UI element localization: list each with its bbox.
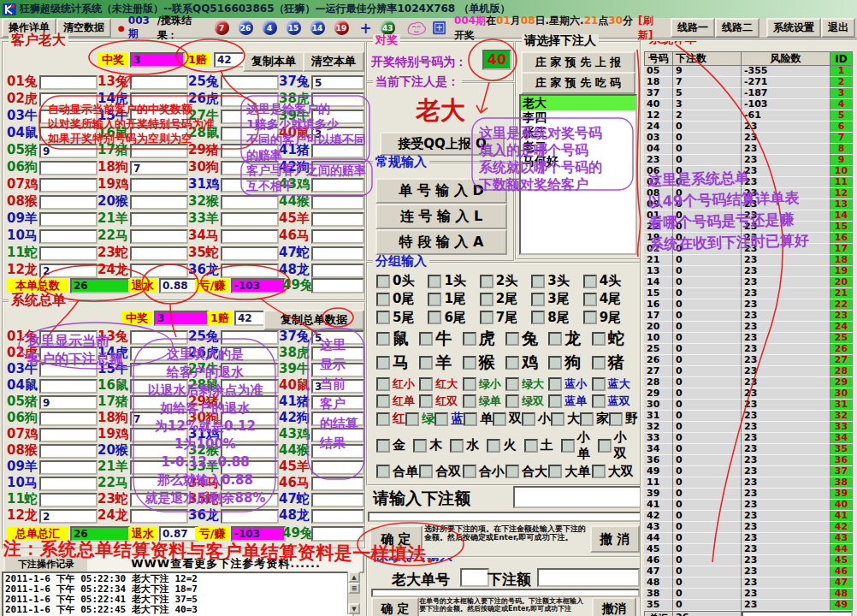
checkbox-鼠[interactable]: [376, 332, 390, 346]
bet-input-customer-16[interactable]: [130, 127, 188, 141]
bettor-item-老二[interactable]: 老二: [521, 139, 635, 154]
bet-input-customer-44[interactable]: [311, 195, 364, 210]
bet-input-customer-20[interactable]: [130, 195, 188, 210]
banker-pre-report-button[interactable]: 庄 家 预 先 上 报: [521, 51, 635, 74]
serial-number-input-button[interactable]: 连 号 输 入 L: [375, 204, 507, 229]
log-scrollbar[interactable]: ▲ ≡ ▼: [347, 572, 360, 614]
bet-input-system-29[interactable]: [221, 395, 279, 410]
bet-input-customer-43[interactable]: [311, 178, 364, 192]
bet-input-system-44[interactable]: [311, 444, 364, 459]
customer-odds-field[interactable]: 42: [214, 52, 245, 68]
bet-input-customer-05[interactable]: 9: [39, 144, 98, 158]
accept-qq-report-button[interactable]: 接受QQ上报 Q: [380, 132, 505, 156]
checkbox-兔[interactable]: [505, 332, 519, 346]
checkbox-绿双[interactable]: [505, 394, 519, 408]
bet-input-system-20[interactable]: [130, 444, 188, 459]
bet-input-system-31[interactable]: [221, 428, 279, 442]
bettor-item-老大[interactable]: 老大: [521, 96, 635, 110]
bet-input-system-16[interactable]: [130, 379, 188, 394]
checkbox-0尾[interactable]: [376, 293, 390, 306]
checkbox-狗[interactable]: [548, 356, 562, 370]
bet-input-system-15[interactable]: [130, 363, 188, 377]
bet-input-system-14[interactable]: [130, 346, 188, 361]
bet-input-customer-07[interactable]: [39, 178, 98, 192]
bet-input-system-10[interactable]: [39, 477, 98, 491]
special-segment-input-button[interactable]: 特 段 输 入 A: [375, 229, 507, 255]
bet-input-system-36[interactable]: [221, 509, 279, 524]
line2-button[interactable]: 线路二: [715, 18, 759, 38]
checkbox-牛[interactable]: [419, 332, 433, 346]
bet-input-system-40[interactable]: 3: [311, 379, 364, 394]
checkbox-猪[interactable]: [592, 356, 606, 370]
checkbox-小单[interactable]: [561, 439, 575, 453]
bet-input-system-06[interactable]: [39, 412, 98, 426]
bet-input-customer-13[interactable]: [130, 75, 188, 90]
checkbox-红单[interactable]: [376, 394, 390, 408]
bet-input-system-02[interactable]: [39, 346, 98, 361]
checkbox-5尾[interactable]: [376, 311, 390, 324]
checkbox-蓝[interactable]: [434, 412, 448, 426]
checkbox-合双[interactable]: [419, 465, 433, 478]
bet-input-system-39[interactable]: [311, 363, 364, 377]
bet-input-customer-06[interactable]: [39, 161, 98, 175]
bet-input-system-27[interactable]: [221, 363, 279, 377]
checkbox-大单[interactable]: [548, 465, 562, 478]
scroll-down-icon[interactable]: ▼: [348, 603, 360, 614]
bet-input-customer-27[interactable]: [221, 110, 279, 124]
bet-input-system-12[interactable]: 2: [39, 509, 98, 524]
checkbox-3尾[interactable]: [531, 293, 545, 306]
checkbox-蛇[interactable]: [592, 332, 606, 346]
table-row[interactable]: 3502349: [644, 600, 854, 611]
checkbox-蓝大[interactable]: [592, 377, 606, 391]
bet-input-customer-39[interactable]: [311, 110, 364, 124]
checkbox-红[interactable]: [376, 412, 390, 426]
bet-input-customer-03[interactable]: [39, 110, 98, 124]
bet-input-customer-21[interactable]: [130, 212, 188, 227]
bettor-item-李四[interactable]: 李四: [521, 110, 635, 125]
bet-input-system-38[interactable]: [311, 346, 364, 361]
bet-input-customer-30[interactable]: [221, 161, 279, 175]
bet-input-customer-45[interactable]: [311, 212, 364, 227]
checkbox-1尾[interactable]: [428, 293, 441, 306]
checkbox-水[interactable]: [450, 439, 464, 453]
special-number-field[interactable]: 40: [482, 50, 511, 70]
checkbox-羊[interactable]: [419, 356, 433, 370]
bet-input-customer-35[interactable]: [221, 246, 279, 261]
checkbox-小[interactable]: [522, 412, 535, 426]
bet-input-customer-23[interactable]: [130, 246, 188, 261]
bet-amount-input[interactable]: [513, 486, 641, 508]
bet-input-system-34[interactable]: [221, 477, 279, 491]
checkbox-2头[interactable]: [480, 275, 494, 288]
system-odds-field[interactable]: 42: [234, 311, 265, 326]
checkbox-2尾[interactable]: [480, 293, 494, 306]
bet-input-customer-26[interactable]: [221, 92, 279, 107]
bet-input-system-25[interactable]: [221, 330, 279, 345]
bet-input-customer-24[interactable]: [130, 264, 188, 278]
bet-input-customer-29[interactable]: [221, 144, 279, 158]
bet-input-system-32[interactable]: [221, 444, 279, 459]
single-number-input-button[interactable]: 单 号 输 入 D: [375, 178, 507, 204]
checkbox-4尾[interactable]: [583, 293, 597, 306]
bet-input-customer-48[interactable]: [311, 264, 364, 278]
copy-system-order-button[interactable]: 复制总单数据: [263, 310, 364, 330]
system-rebate-field[interactable]: 0.87: [159, 526, 198, 542]
bet-input-customer-38[interactable]: [311, 92, 364, 107]
copy-order-button[interactable]: 复制本单: [243, 51, 304, 72]
bet-input-system-37[interactable]: 5: [311, 330, 364, 345]
bet-input-customer-10[interactable]: [39, 229, 98, 244]
bet-input-system-24[interactable]: [130, 509, 188, 524]
checkbox-绿大[interactable]: [505, 377, 519, 391]
clear-order-button[interactable]: 清空本单: [303, 51, 364, 72]
checkbox-土[interactable]: [524, 439, 538, 453]
banker-pre-eat-button[interactable]: 庄 家 预 先 吃 码: [521, 72, 635, 94]
bet-input-customer-37[interactable]: 5: [311, 75, 364, 90]
confirm-bet-button[interactable]: 确 定: [369, 525, 423, 553]
checkbox-大[interactable]: [551, 412, 564, 426]
checkbox-4头[interactable]: [583, 275, 597, 288]
bet-input-system-19[interactable]: [130, 428, 188, 442]
checkbox-木[interactable]: [413, 439, 427, 453]
bet-input-system-21[interactable]: [130, 460, 188, 475]
bet-input-customer-08[interactable]: [39, 195, 98, 210]
bet-input-customer-18[interactable]: 7: [130, 161, 188, 175]
checkbox-9尾[interactable]: [583, 311, 597, 324]
